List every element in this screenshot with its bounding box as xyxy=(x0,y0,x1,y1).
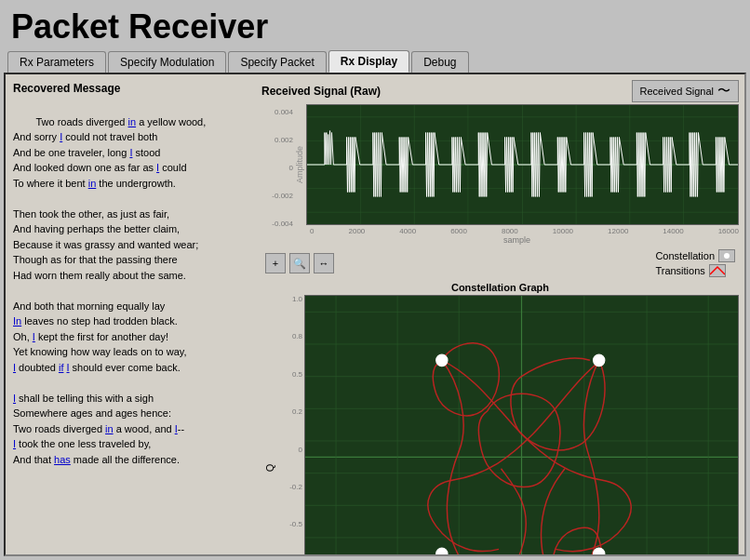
zoom-fit-button[interactable]: 🔍 xyxy=(289,253,310,273)
x-tick-8000: 8000 xyxy=(502,227,518,235)
signal-plot xyxy=(306,104,739,225)
sample-label: sample xyxy=(295,235,739,245)
tab-specify-packet[interactable]: Specify Packet xyxy=(228,51,326,73)
recovered-message-label: Recovered Message xyxy=(13,82,254,95)
constellation-controls: + 🔍 ↔ Constellation Transitions xyxy=(261,247,739,280)
svg-point-34 xyxy=(436,548,448,556)
y-tick-0.002: 0.002 xyxy=(275,136,293,144)
transitions-icon xyxy=(709,264,726,277)
x-tick-6000: 6000 xyxy=(450,227,467,235)
signal-raw-label: Received Signal (Raw) xyxy=(261,85,381,98)
x-tick-2000: 2000 xyxy=(348,227,365,235)
app-title: Packet Receiver xyxy=(11,7,268,46)
zoom-in-button[interactable]: + xyxy=(265,253,286,273)
tab-debug[interactable]: Debug xyxy=(411,51,468,73)
x-tick-12000: 12000 xyxy=(608,227,628,235)
signal-svg xyxy=(307,105,738,224)
x-tick-0: 0 xyxy=(310,227,314,235)
constellation-symbol xyxy=(719,250,734,261)
x-tick-4000: 4000 xyxy=(399,227,416,235)
main-content: Recovered Message Two roads diverged in … xyxy=(4,73,746,556)
c-y-neg0.2: -0.2 xyxy=(289,483,302,491)
constellation-graph-label: Constellation Graph xyxy=(261,282,739,293)
svg-point-12 xyxy=(724,253,730,259)
constellation-legend: Constellation Transitions xyxy=(655,249,735,277)
transitions-label: Transitions xyxy=(655,265,704,276)
x-axis-ticks: 0 2000 4000 6000 8000 10000 12000 14000 … xyxy=(295,225,739,235)
y-tick-0.004: 0.004 xyxy=(275,108,293,116)
app-container: Packet Receiver Rx Parameters Specify Mo… xyxy=(0,0,750,560)
received-signal-label: Received Signal xyxy=(640,86,715,97)
svg-point-32 xyxy=(436,354,448,366)
x-tick-10000: 10000 xyxy=(553,227,573,235)
waveform-icon: 〜 xyxy=(717,83,730,100)
right-panel: Received Signal (Raw) Received Signal 〜 … xyxy=(261,74,744,554)
transitions-symbol xyxy=(710,265,725,276)
constellation-icon xyxy=(718,249,735,262)
c-y-0.2: 0.2 xyxy=(292,407,302,416)
signal-header: Received Signal (Raw) Received Signal 〜 xyxy=(261,80,739,102)
title-bar: Packet Receiver xyxy=(0,0,750,50)
pan-button[interactable]: ↔ xyxy=(314,253,334,273)
constellation-svg xyxy=(305,296,738,556)
legend-constellation: Constellation xyxy=(655,249,735,262)
c-y-0.5: 0.5 xyxy=(292,370,302,379)
tab-rx-display[interactable]: Rx Display xyxy=(328,50,409,73)
y-tick-0: 0 xyxy=(289,164,293,172)
constellation-plot xyxy=(304,295,739,556)
tabs-bar: Rx Parameters Specify Modulation Specify… xyxy=(0,50,750,73)
legend-transitions: Transitions xyxy=(655,264,735,277)
amplitude-label: Amplitude xyxy=(295,146,304,183)
constellation-label: Constellation xyxy=(655,250,715,261)
tab-rx-parameters[interactable]: Rx Parameters xyxy=(7,51,106,73)
received-signal-button[interactable]: Received Signal 〜 xyxy=(632,80,740,102)
svg-point-31 xyxy=(594,354,605,366)
y-tick-neg-0.002: -0.002 xyxy=(272,192,293,200)
x-tick-16000: 16000 xyxy=(718,227,739,235)
tab-specify-modulation[interactable]: Specify Modulation xyxy=(108,51,226,73)
x-tick-14000: 14000 xyxy=(663,227,683,235)
left-panel: Recovered Message Two roads diverged in … xyxy=(6,74,261,554)
message-text: Two roads diverged in a yellow wood, And… xyxy=(13,99,254,483)
c-y-0.8: 0.8 xyxy=(292,332,302,340)
c-y-1.0: 1.0 xyxy=(292,295,302,303)
c-y-neg0.5: -0.5 xyxy=(289,520,302,528)
y-tick-neg-0.004: -0.004 xyxy=(272,220,293,228)
svg-point-33 xyxy=(594,548,605,556)
q-axis-label: Q xyxy=(264,464,275,473)
c-y-0: 0 xyxy=(299,446,302,454)
